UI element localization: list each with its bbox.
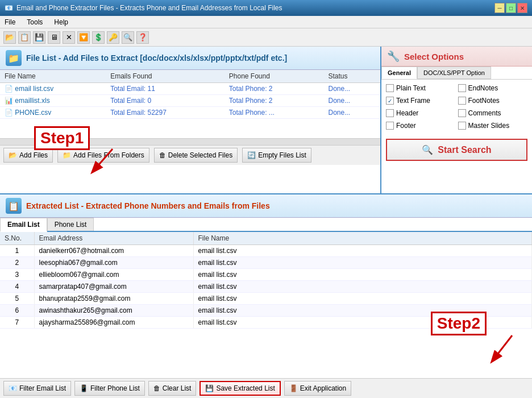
filter-phone-button[interactable]: 📱 Filter Phone List — [74, 381, 145, 396]
title-bar-controls: ─ □ ✕ — [494, 3, 527, 13]
cell-sno: 5 — [0, 293, 34, 305]
file-table-row[interactable]: 📄 email list.csv Total Email: 11 Total P… — [0, 83, 380, 95]
toolbar-window[interactable]: 🖥 — [48, 31, 60, 44]
options-grid: Plain Text EndNotes ✓ Text Frame FootNot… — [381, 80, 532, 134]
options-header: 🔧 Select Options — [381, 47, 532, 67]
option-checkbox[interactable] — [386, 84, 394, 92]
cell-email: awinashthakur265@gmail.com — [34, 305, 193, 317]
add-files-icon: 📂 — [9, 151, 17, 159]
option-checkbox[interactable] — [458, 97, 466, 105]
option-item-footer[interactable]: Footer — [386, 122, 456, 130]
menu-bar: File Tools Help — [0, 16, 532, 28]
clear-list-button[interactable]: 🗑 Clear List — [148, 381, 197, 396]
close-button[interactable]: ✕ — [517, 3, 527, 13]
toolbar-filter[interactable]: 🔽 — [77, 31, 90, 44]
start-search-label: Start Search — [438, 145, 491, 155]
main-toolbar: 📂 📋 💾 🖥 ✕ 🔽 💲 🔑 🔍 ❓ — [0, 28, 532, 47]
cell-phones: Total Phone: 2 — [225, 83, 324, 95]
options-title: Select Options — [404, 52, 464, 61]
step1-arrow — [84, 146, 118, 180]
col-emails: Emails Found — [106, 70, 225, 83]
toolbar-save[interactable]: 💾 — [33, 31, 45, 44]
menu-tools[interactable]: Tools — [24, 18, 45, 27]
extracted-title: Extracted List - Extracted Phone Numbers… — [26, 201, 270, 210]
option-label: Master Slides — [468, 122, 510, 130]
toolbar-help[interactable]: ❓ — [136, 31, 149, 44]
extracted-icon: 📋 — [6, 198, 22, 214]
file-table-row[interactable]: 📄 PHONE.csv Total Email: 52297 Total Pho… — [0, 107, 380, 119]
menu-help[interactable]: Help — [52, 18, 70, 27]
add-folder-icon: 📁 — [63, 151, 71, 159]
option-checkbox[interactable] — [386, 122, 394, 130]
step2-label: Step2 — [431, 312, 487, 335]
cell-emails: Total Email: 52297 — [106, 107, 225, 119]
option-item-footnotes[interactable]: FootNotes — [458, 97, 528, 105]
options-panel: 🔧 Select Options General DOC/XLS/PPT Opt… — [381, 47, 532, 193]
col-file: File Name — [193, 232, 532, 245]
tab-phone-list[interactable]: Phone List — [47, 218, 94, 231]
file-table: File Name Emails Found Phone Found Statu… — [0, 70, 380, 119]
filter-email-button[interactable]: 📧 Filter Email List — [3, 381, 71, 396]
file-list-title: File List - Add Files to Extract [doc/do… — [26, 53, 287, 63]
extracted-header: 📋 Extracted List - Extracted Phone Numbe… — [0, 194, 532, 218]
list-tabs: Email List Phone List — [0, 218, 532, 232]
email-table-row[interactable]: 1 danielkerr067@hotmail.com email list.c… — [0, 245, 532, 257]
email-table-wrapper[interactable]: S.No. Email Address File Name 1 danielke… — [0, 232, 532, 378]
main-content: 📁 File List - Add Files to Extract [doc/… — [0, 47, 532, 398]
option-checkbox[interactable] — [458, 84, 466, 92]
cell-sno: 2 — [0, 257, 34, 269]
col-sno: S.No. — [0, 232, 34, 245]
maximize-button[interactable]: □ — [506, 3, 516, 13]
option-item-master-slides[interactable]: Master Slides — [458, 122, 528, 130]
cell-sno: 3 — [0, 269, 34, 281]
file-list-header: 📁 File List - Add Files to Extract [doc/… — [0, 47, 380, 70]
filter-phone-icon: 📱 — [80, 384, 88, 392]
delete-files-button[interactable]: 🗑 Delete Selected Files — [154, 148, 238, 163]
cell-file: email list.csv — [193, 293, 532, 305]
option-checkbox[interactable] — [458, 122, 466, 130]
option-item-text-frame[interactable]: ✓ Text Frame — [386, 97, 456, 105]
step2-arrow — [481, 333, 515, 367]
option-item-plain-text[interactable]: Plain Text — [386, 84, 456, 92]
toolbar-new[interactable]: 📂 — [3, 31, 16, 44]
option-checkbox[interactable]: ✓ — [386, 97, 394, 105]
menu-file[interactable]: File — [2, 18, 18, 27]
tab-email-list[interactable]: Email List — [0, 218, 47, 232]
email-table-row[interactable]: 2 leesophia067@gmail.com email list.csv — [0, 257, 532, 269]
option-label: Footer — [396, 122, 416, 130]
toolbar-open[interactable]: 📋 — [18, 31, 31, 44]
toolbar-delete[interactable]: ✕ — [63, 31, 75, 44]
app-icon: 📧 — [5, 4, 13, 12]
cell-emails: Total Email: 11 — [106, 83, 225, 95]
cell-status: Done... — [323, 95, 380, 107]
minimize-button[interactable]: ─ — [494, 3, 505, 13]
cell-sno: 4 — [0, 281, 34, 293]
option-item-endnotes[interactable]: EndNotes — [458, 84, 528, 92]
option-label: Header — [396, 109, 418, 117]
tab-docxls[interactable]: DOC/XLS/PPT Option — [417, 67, 491, 79]
cell-filename: 📄 PHONE.csv — [0, 107, 106, 119]
file-table-row[interactable]: 📊 emaillist.xls Total Email: 0 Total Pho… — [0, 95, 380, 107]
option-item-comments[interactable]: Comments — [458, 109, 528, 117]
toolbar-key[interactable]: 🔑 — [107, 31, 119, 44]
col-phones: Phone Found — [225, 70, 324, 83]
exit-button[interactable]: 🚪 Exit Application — [284, 381, 351, 396]
email-table-row[interactable]: 4 samarpratap407@gmail.com email list.cs… — [0, 281, 532, 293]
email-table-row[interactable]: 5 bhanupratap2559@gmail.com email list.c… — [0, 293, 532, 305]
email-table-row[interactable]: 3 elliebloom067@gmail.com email list.csv — [0, 269, 532, 281]
option-item-header[interactable]: Header — [386, 109, 456, 117]
option-checkbox[interactable] — [458, 109, 466, 117]
tab-general[interactable]: General — [381, 67, 417, 79]
save-extracted-button[interactable]: 💾 Save Extracted List — [200, 381, 280, 396]
bottom-toolbar: 📧 Filter Email List 📱 Filter Phone List … — [0, 378, 532, 398]
empty-list-button[interactable]: 🔄 Empty Files List — [242, 148, 311, 163]
file-list-icon: 📁 — [6, 50, 22, 66]
toolbar-money[interactable]: 💲 — [92, 31, 105, 44]
cell-sno: 7 — [0, 317, 34, 329]
start-search-button[interactable]: 🔍 Start Search — [386, 139, 527, 161]
toolbar-search[interactable]: 🔍 — [122, 31, 134, 44]
option-label: FootNotes — [468, 97, 500, 105]
option-label: EndNotes — [468, 84, 498, 92]
empty-icon: 🔄 — [247, 151, 256, 159]
option-checkbox[interactable] — [386, 109, 394, 117]
